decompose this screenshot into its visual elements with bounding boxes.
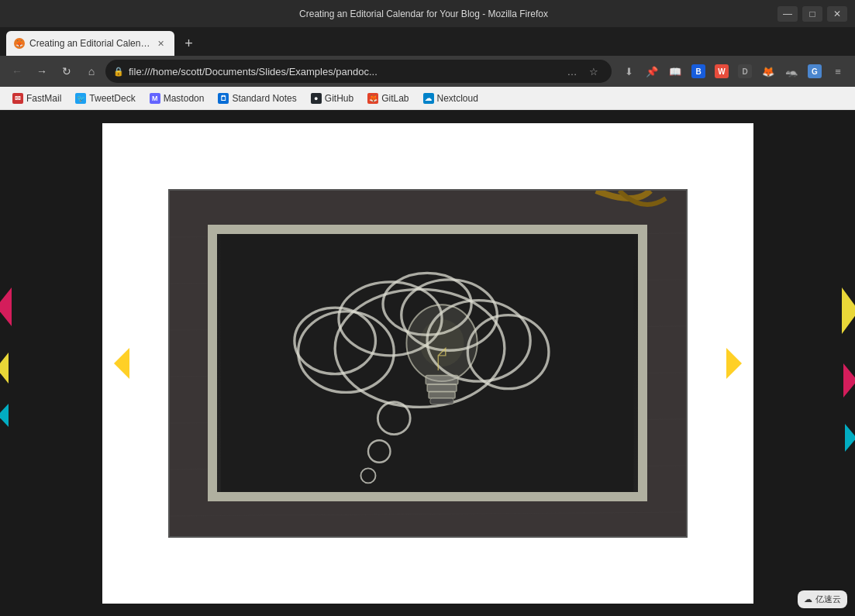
bottom-widget: ☁ 亿速云	[798, 590, 847, 608]
bookmark-standard-notes-label: Standard Notes	[232, 93, 296, 104]
fastmail-favicon: ✉	[12, 93, 23, 104]
minimize-button[interactable]: —	[777, 6, 798, 22]
close-button[interactable]: ✕	[827, 6, 847, 22]
more-button[interactable]: …	[562, 61, 582, 81]
next-slide-button[interactable]	[719, 340, 750, 387]
widget-icon: ☁	[804, 594, 812, 604]
slide-image	[168, 189, 688, 538]
gitlab-favicon: 🦊	[367, 93, 378, 104]
page-content: ☁ 亿速云	[0, 110, 855, 616]
reload-button[interactable]: ↻	[56, 60, 78, 82]
new-tab-button[interactable]: +	[178, 33, 199, 54]
menu-button[interactable]: ≡	[827, 60, 849, 82]
bookmark-mastodon[interactable]: M Mastodon	[143, 90, 211, 107]
svg-marker-26	[114, 348, 129, 379]
window-title: Creating an Editorial Calendar for Your …	[70, 9, 777, 19]
bookmark-tweetdeck-label: TweetDeck	[89, 93, 135, 104]
svg-rect-21	[426, 376, 459, 384]
gnome-extension[interactable]: G	[804, 60, 826, 82]
back-button[interactable]: ←	[6, 60, 28, 82]
nextcloud-favicon: ☁	[423, 93, 434, 104]
reader-view-button[interactable]: 📖	[664, 60, 686, 82]
widget-label: 亿速云	[815, 594, 841, 605]
tab-title: Creating an Editorial Calen…	[29, 38, 150, 49]
slide-container	[102, 123, 753, 604]
wikiwand-extension[interactable]: W	[711, 60, 733, 82]
privacy-badger-icon: 🦡	[785, 66, 798, 77]
window-controls: — □ ✕	[777, 6, 847, 22]
title-bar: Creating an Editorial Calendar for Your …	[0, 0, 855, 27]
bookmark-star-button[interactable]: ☆	[584, 61, 604, 81]
bookmark-standard-notes[interactable]: 🗒 Standard Notes	[212, 90, 302, 107]
svg-marker-27	[726, 348, 742, 379]
bookmark-mastodon-label: Mastodon	[164, 93, 205, 104]
bookmark-nextcloud[interactable]: ☁ Nextcloud	[417, 90, 484, 107]
bookmark-fastmail-label: FastMail	[26, 93, 61, 104]
svg-rect-25	[430, 398, 453, 404]
chalkboard-frame	[208, 225, 646, 501]
download-button[interactable]: ⬇	[618, 60, 640, 82]
tab-favicon: 🦊	[14, 38, 25, 49]
dark-reader-icon: D	[738, 64, 752, 78]
github-favicon: ●	[311, 93, 322, 104]
chalkboard-bg	[170, 191, 686, 536]
pin-button[interactable]: 📌	[641, 60, 663, 82]
right-arrow-icon	[722, 344, 746, 383]
svg-rect-22	[428, 384, 457, 392]
bookmark-tweetdeck[interactable]: 🐦 TweetDeck	[69, 90, 141, 107]
right-deco	[839, 110, 855, 616]
svg-point-24	[420, 319, 464, 367]
home-button[interactable]: ⌂	[81, 60, 102, 82]
left-deco	[0, 110, 16, 616]
url-text: file:///home/scott/Documents/Slides/Exam…	[129, 66, 557, 77]
tab-close-button[interactable]: ✕	[154, 37, 167, 50]
bitwarden-extension[interactable]: B	[688, 60, 709, 82]
bookmark-nextcloud-label: Nextcloud	[437, 93, 478, 104]
address-actions: … ☆	[562, 61, 604, 81]
gnome-icon: G	[808, 64, 822, 78]
tab-bar: 🦊 Creating an Editorial Calen… ✕ +	[0, 27, 855, 56]
bookmark-gitlab-label: GitLab	[381, 93, 409, 104]
prev-slide-button[interactable]	[106, 340, 137, 387]
active-tab[interactable]: 🦊 Creating an Editorial Calen… ✕	[6, 31, 174, 56]
bookmark-fastmail[interactable]: ✉ FastMail	[6, 90, 67, 107]
bookmark-github[interactable]: ● GitHub	[305, 90, 360, 107]
maximize-button[interactable]: □	[802, 6, 822, 22]
svg-rect-23	[429, 392, 455, 399]
left-arrow-icon	[110, 344, 133, 383]
dark-reader-extension[interactable]: D	[734, 60, 756, 82]
tweetdeck-favicon: 🐦	[75, 93, 86, 104]
bitwarden-icon: B	[691, 64, 705, 78]
lock-icon: 🔒	[113, 67, 124, 77]
bookmark-gitlab[interactable]: 🦊 GitLab	[361, 90, 415, 107]
toolbar-icons: ⬇ 📌 📖 B W D 🦊 🦡 G ≡	[618, 60, 849, 82]
standard-notes-favicon: 🗒	[218, 93, 229, 104]
bookmarks-bar: ✉ FastMail 🐦 TweetDeck M Mastodon 🗒 Stan…	[0, 87, 855, 110]
address-bar: ← → ↻ ⌂ 🔒 file:///home/scott/Documents/S…	[0, 56, 855, 87]
chalkboard-content	[217, 234, 637, 492]
wikiwand-icon: W	[715, 64, 729, 78]
firefox-extension[interactable]: 🦊	[757, 60, 779, 82]
url-bar[interactable]: 🔒 file:///home/scott/Documents/Slides/Ex…	[105, 60, 612, 83]
mastodon-favicon: M	[150, 93, 160, 104]
firefox-icon: 🦊	[762, 66, 774, 77]
bookmark-github-label: GitHub	[325, 93, 353, 104]
forward-button[interactable]: →	[31, 60, 53, 82]
privacy-badger-extension[interactable]: 🦡	[781, 60, 802, 82]
